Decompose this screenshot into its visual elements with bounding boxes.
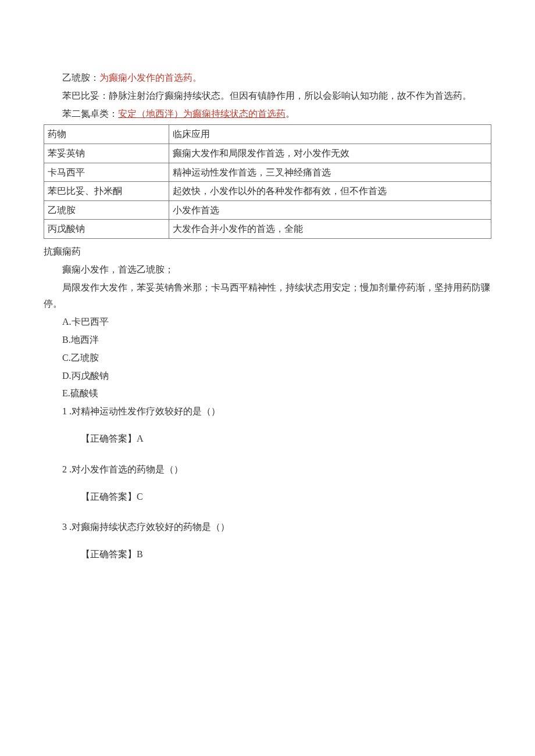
option-a: A.卡巴西平 — [44, 314, 491, 331]
question-3-text: 对癫痫持续状态疗效较好的药物是（） — [72, 522, 230, 532]
table-cell-app: 癫痫大发作和局限发作首选，对小发作无效 — [169, 144, 491, 163]
intro-line-2: 苯巴比妥：静脉注射治疗癫痫持续状态。但因有镇静作用，所以会影响认知功能，故不作为… — [44, 88, 491, 105]
question-2: 2 .对小发作首选的药物是（） — [44, 461, 491, 478]
mnemonic-line-1: 癫痫小发作，首选乙琥胺； — [44, 261, 491, 278]
table-row: 卡马西平 精神运动性发作首选，三叉神经痛首选 — [44, 163, 491, 182]
question-3: 3 .对癫痫持续状态疗效较好的药物是（） — [44, 519, 491, 536]
intro-line-1-pre: 乙琥胺： — [62, 73, 99, 83]
intro-line-3: 苯二氮卓类：安定（地西泮）为癫痫持续状态的首选药。 — [44, 106, 491, 123]
option-c: C.乙琥胺 — [44, 350, 491, 367]
table-cell-drug: 乙琥胺 — [44, 200, 169, 220]
table-cell-drug: 苯巴比妥、扑米酮 — [44, 182, 169, 201]
table-cell-drug: 丙戊酸钠 — [44, 220, 169, 239]
table-cell-app: 精神运动性发作首选，三叉神经痛首选 — [169, 163, 491, 182]
table-row: 乙琥胺 小发作首选 — [44, 200, 491, 220]
drug-table: 药物 临床应用 苯妥英钠 癫痫大发作和局限发作首选，对小发作无效 卡马西平 精神… — [44, 124, 491, 239]
table-cell-app: 小发作首选 — [169, 200, 491, 220]
intro-line-1: 乙琥胺：为癫痫小发作的首选药。 — [44, 70, 491, 87]
intro-line-3-pre: 苯二氮卓类： — [62, 109, 118, 119]
question-1: 1 .对精神运动性发作疗效较好的是（） — [44, 403, 491, 420]
question-1-text: 对精神运动性发作疗效较好的是（） — [72, 406, 220, 416]
answer-2: 【正确答案】C — [44, 489, 491, 506]
table-row: 苯巴比妥、扑米酮 起效快，小发作以外的各种发作都有效，但不作首选 — [44, 182, 491, 201]
table-cell-app: 大发作合并小发作的首选，全能 — [169, 220, 491, 239]
answer-3: 【正确答案】B — [44, 546, 491, 563]
option-b: B.地西泮 — [44, 332, 491, 349]
option-d: D.丙戊酸钠 — [44, 368, 491, 385]
table-header-drug: 药物 — [44, 125, 169, 144]
question-2-num: 2 . — [62, 464, 72, 474]
intro-line-3-red: 安定（地西泮）为癫痫持续状态的首选药 — [118, 109, 286, 119]
question-2-text: 对小发作首选的药物是（） — [72, 464, 183, 474]
intro-line-3-post: 。 — [286, 109, 295, 119]
section-title: 抗癫痫药 — [44, 243, 491, 260]
answer-1: 【正确答案】A — [44, 431, 491, 447]
table-header-app: 临床应用 — [169, 125, 491, 144]
table-row: 丙戊酸钠 大发作合并小发作的首选，全能 — [44, 220, 491, 239]
question-3-num: 3 . — [62, 522, 72, 532]
table-row: 苯妥英钠 癫痫大发作和局限发作首选，对小发作无效 — [44, 144, 491, 163]
table-cell-drug: 苯妥英钠 — [44, 144, 169, 163]
intro-line-1-red: 为癫痫小发作的首选药。 — [99, 73, 202, 83]
table-header-row: 药物 临床应用 — [44, 125, 491, 144]
option-e: E.硫酸镁 — [44, 385, 491, 402]
mnemonic-line-2: 局限发作大发作，苯妥英钠鲁米那；卡马西平精神性，持续状态用安定；慢加剂量停药渐，… — [44, 280, 491, 313]
table-cell-app: 起效快，小发作以外的各种发作都有效，但不作首选 — [169, 182, 491, 201]
table-cell-drug: 卡马西平 — [44, 163, 169, 182]
question-1-num: 1 . — [62, 406, 72, 416]
